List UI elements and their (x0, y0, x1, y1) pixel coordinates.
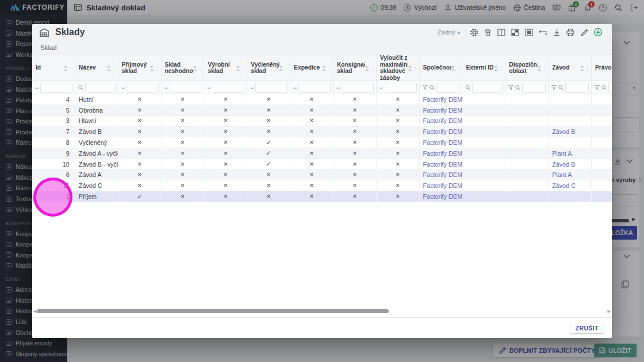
filter-search-icon[interactable] (430, 85, 435, 90)
column-header[interactable]: Závod (549, 55, 592, 81)
filter-equals-icon[interactable] (379, 82, 383, 93)
table-row[interactable]: 11 Závod C Factorify DEMO ... Závod C (32, 180, 612, 191)
filter-equals-icon[interactable] (336, 82, 340, 93)
filter-equals-icon[interactable] (121, 82, 125, 93)
column-menu-icon[interactable] (455, 63, 461, 73)
column-menu-icon[interactable] (370, 63, 375, 73)
column-header[interactable]: Příjmový sklad (118, 55, 162, 81)
cell-spolecnost-link[interactable]: Factorify DEMO ... (420, 116, 463, 127)
edit-icon[interactable] (577, 26, 591, 38)
settings-icon[interactable] (467, 26, 481, 38)
column-header[interactable]: Vyčleněný sklad (247, 55, 290, 81)
column-header[interactable]: Id (32, 55, 75, 81)
filter-input[interactable] (608, 83, 612, 93)
table-row[interactable]: 7 Závod B Factorify DEMO ... Závod B (32, 126, 612, 137)
filter-input[interactable] (40, 83, 72, 93)
aggregate-sigma-icon[interactable] (322, 63, 326, 73)
cell-spolecnost-link[interactable]: Factorify DEMO ... (420, 137, 463, 148)
cell-spolecnost-link[interactable]: Factorify DEMO ... (420, 191, 463, 202)
column-header[interactable]: Vyloučit z maximální skladové zásoby (377, 55, 420, 81)
aggregate-sigma-icon[interactable] (193, 63, 197, 73)
column-menu-icon[interactable] (283, 63, 289, 73)
filter-funnel-icon[interactable] (508, 85, 513, 90)
aggregate-sigma-icon[interactable] (538, 63, 542, 73)
cell-zavod-link[interactable] (549, 191, 592, 202)
cell-zavod-link[interactable] (549, 116, 592, 127)
column-header[interactable]: Výrobní sklad (204, 55, 247, 81)
column-header[interactable]: Externí ID (462, 55, 505, 81)
aggregate-sigma-icon[interactable] (150, 63, 154, 73)
filter-input[interactable] (522, 83, 546, 93)
filter-input[interactable] (342, 83, 374, 93)
aggregate-sigma-icon[interactable] (365, 63, 369, 73)
aggregate-sigma-icon[interactable] (236, 63, 240, 73)
filter-search-icon[interactable] (78, 85, 83, 90)
cell-spolecnost-link[interactable]: Factorify DEMO ... (420, 94, 463, 105)
column-menu-icon[interactable] (112, 63, 117, 73)
filter-equals-icon[interactable] (293, 82, 297, 93)
column-menu-icon[interactable] (499, 63, 504, 73)
table-row[interactable]: 10 Závod B - vyčlen... Factorify DEMO ..… (32, 159, 612, 170)
table-row[interactable]: 5 Obrobna Factorify DEMO ... (32, 105, 612, 116)
cancel-button[interactable]: ZRUŠIT (570, 322, 604, 333)
delete-icon[interactable] (481, 26, 494, 38)
filter-input[interactable] (213, 83, 245, 93)
column-menu-icon[interactable] (155, 63, 160, 73)
table-row[interactable]: 1 Příjem Factorify DEMO ... (32, 191, 612, 202)
filter-input[interactable] (255, 83, 288, 93)
column-header[interactable]: Expedice (290, 55, 334, 81)
cell-spolecnost-link[interactable]: Factorify DEMO ... (420, 126, 463, 137)
filter-input[interactable] (85, 83, 116, 93)
cell-zavod-link[interactable]: Plant A (549, 148, 592, 159)
column-header[interactable]: Společnost (420, 55, 463, 81)
filter-equals-icon[interactable] (207, 82, 210, 93)
swap-horizontal-icon[interactable] (536, 26, 550, 38)
table-row[interactable]: 6 Závod A Factorify DEMO ... Plant A (32, 170, 612, 181)
filter-funnel-icon[interactable] (423, 85, 428, 90)
filter-input[interactable] (472, 83, 503, 93)
filter-input[interactable] (565, 83, 589, 93)
column-header[interactable]: Sklad neshodností (162, 55, 205, 81)
filter-input[interactable] (170, 83, 202, 93)
aggregate-sigma-icon[interactable] (107, 63, 111, 73)
horizontal-scrollbar[interactable] (32, 307, 612, 315)
aggregate-sigma-icon[interactable] (580, 63, 584, 73)
view-selector[interactable]: Žádný (438, 29, 460, 36)
download-icon[interactable] (550, 26, 564, 38)
column-header[interactable]: Právo na (592, 55, 612, 81)
column-menu-icon[interactable] (197, 63, 202, 73)
filter-equals-icon[interactable] (35, 82, 39, 93)
column-header[interactable]: Dispoziční oblast (505, 55, 549, 81)
cell-zavod-link[interactable] (549, 105, 592, 116)
add-icon[interactable] (591, 26, 605, 38)
scrollbar-thumb[interactable] (37, 309, 389, 313)
column-menu-icon[interactable] (413, 63, 418, 73)
column-menu-icon[interactable] (542, 63, 547, 73)
filter-input[interactable] (126, 83, 159, 93)
filter-input[interactable] (385, 83, 417, 93)
filter-input[interactable] (298, 83, 331, 93)
cell-zavod-link[interactable]: Závod B (549, 159, 592, 170)
cell-spolecnost-link[interactable]: Factorify DEMO ... (420, 105, 463, 116)
cell-zavod-link[interactable] (549, 137, 592, 148)
cell-zavod-link[interactable]: Závod B (549, 126, 592, 137)
column-menu-icon[interactable] (240, 63, 246, 73)
aggregate-sigma-icon[interactable] (279, 63, 283, 73)
table-row[interactable]: 3 Hlavní Factorify DEMO ... (32, 116, 612, 127)
print-icon[interactable] (564, 26, 577, 38)
table-row[interactable]: 9 Závod A - vyčlen... Factorify DEMO ...… (32, 148, 612, 159)
cell-zavod-link[interactable]: Plant A (549, 170, 592, 181)
column-menu-icon[interactable] (585, 63, 590, 73)
aggregate-sigma-icon[interactable] (451, 63, 455, 73)
aggregate-sigma-icon[interactable] (408, 63, 412, 73)
cell-spolecnost-link[interactable]: Factorify DEMO ... (420, 170, 463, 181)
cell-spolecnost-link[interactable]: Factorify DEMO ... (420, 159, 463, 170)
filter-search-icon[interactable] (558, 85, 564, 90)
column-menu-icon[interactable] (68, 63, 74, 73)
filter-equals-icon[interactable] (164, 82, 168, 93)
column-menu-icon[interactable] (327, 63, 332, 73)
tab-sklad[interactable]: Sklad (40, 44, 57, 51)
aggregate-sigma-icon[interactable] (64, 63, 68, 73)
columns-icon[interactable] (494, 26, 508, 38)
column-header[interactable]: Konsignační sklad (334, 55, 377, 81)
